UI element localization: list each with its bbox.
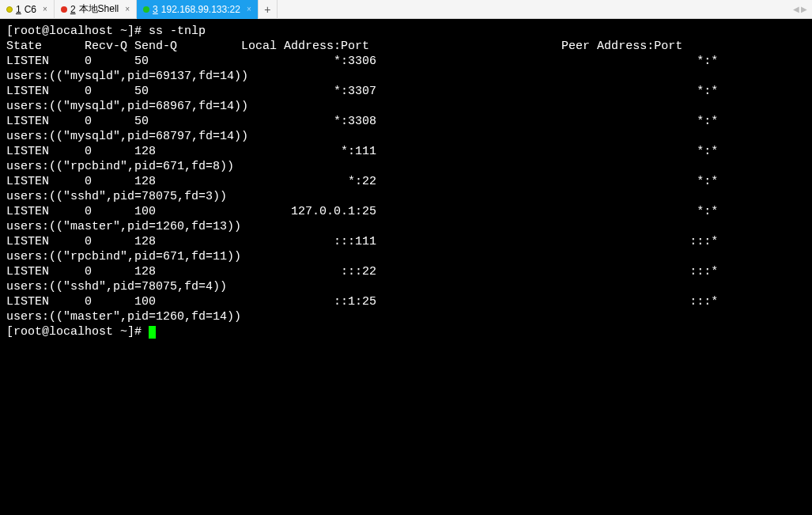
close-icon[interactable]: × — [43, 5, 47, 13]
tab-label: 本地Shell — [79, 2, 119, 16]
close-icon[interactable]: × — [247, 5, 251, 13]
terminal-output[interactable]: [root@localhost ~]# ss -tnlp State Recv-… — [0, 19, 812, 515]
tab-label: 192.168.99.133:22 — [161, 4, 240, 15]
status-dot-icon — [143, 6, 149, 13]
new-tab-button[interactable]: + — [259, 0, 278, 19]
status-dot-icon — [6, 6, 13, 13]
nav-left-icon[interactable]: ◀ — [793, 5, 799, 13]
status-dot-icon — [61, 6, 67, 13]
nav-right-icon[interactable]: ▶ — [801, 5, 807, 13]
terminal-cursor — [149, 326, 156, 339]
tab-bar: 1 C6 × 2 本地Shell × 3 192.168.99.133:22 ×… — [0, 0, 812, 19]
close-icon[interactable]: × — [125, 5, 130, 13]
plus-icon: + — [264, 3, 270, 16]
tab-number: 1 — [16, 4, 21, 15]
tab-ssh-session[interactable]: 3 192.168.99.133:22 × — [137, 0, 259, 19]
tab-local-shell[interactable]: 2 本地Shell × — [55, 0, 137, 19]
tab-number: 3 — [153, 4, 158, 15]
tab-nav-arrows: ◀ ▶ — [793, 5, 812, 13]
tab-number: 2 — [70, 4, 76, 15]
tab-c6[interactable]: 1 C6 × — [0, 0, 55, 19]
tab-label: C6 — [25, 4, 36, 15]
